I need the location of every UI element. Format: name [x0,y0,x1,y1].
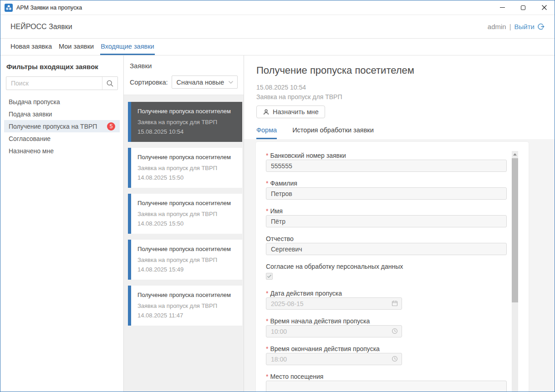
request-card-date: 14.08.2025 15:49 [137,265,239,274]
tab-incoming-requests[interactable]: Входящие заявки [100,39,155,55]
search-input[interactable] [6,77,102,90]
request-card-subtitle: Заявка на пропуск для ТВРП [137,117,239,127]
filter-label: Согласование [9,135,51,142]
close-button[interactable] [534,0,555,15]
tab-my-requests[interactable]: Мои заявки [58,39,94,55]
filters-sidebar: Фильтры входящих заявок Выдача пропуска … [0,55,124,392]
form-scrollbar[interactable] [512,151,518,392]
field-label: Фамилия [270,180,297,187]
user-separator: | [509,23,511,30]
maximize-icon [521,5,525,10]
window-title: АРМ Заявки на пропуска [16,5,82,11]
required-marker: * [266,152,268,159]
arrow-up-icon [513,153,517,156]
filter-item-tvrp-pass[interactable]: Получение пропуска на ТВРП 5 [4,120,120,132]
field-time-start: *Время начала действия пропуска [266,317,497,337]
tab-form[interactable]: Форма [256,126,277,139]
time-start-input[interactable] [266,325,402,337]
bank-number-input[interactable] [266,160,507,172]
title-bar: АРМ Заявки на пропуска [0,0,555,15]
time-end-input[interactable] [266,353,402,365]
field-first-name: *Имя [266,207,497,227]
detail-tabbar: Форма История обработки заявки [256,126,545,139]
request-card-title: Получение пропуска посетителем [137,199,239,207]
field-middle-name: Отчество [266,235,497,255]
chevron-down-icon [228,80,234,84]
field-visit-place: *Место посещения [266,373,497,392]
request-list: Получение пропуска посетителем Заявка на… [124,95,244,392]
assign-to-me-button[interactable]: Назначить мне [256,106,325,118]
field-label: Отчество [266,235,294,242]
field-pass-date: *Дата действия пропуска [266,290,497,310]
request-card-subtitle: Заявка на пропуск для ТВРП [137,163,239,173]
detail-date: 15.08.2025 10:54 [256,84,545,91]
maximize-button[interactable] [513,0,534,15]
request-card[interactable]: Получение пропуска посетителем Заявка на… [128,102,242,142]
request-card-date: 15.08.2025 10:54 [137,127,239,136]
request-card[interactable]: Получение пропуска посетителем Заявка на… [128,148,242,188]
requests-title: Заявки [130,62,238,70]
filter-label: Выдача пропуска [9,98,60,106]
main-tabbar: Новая заявка Мои заявки Входящие заявки [0,39,555,55]
detail-subtitle: Заявка на пропуск для ТВРП [256,93,545,101]
field-bank-number: *Банковский номер заявки [266,152,497,172]
required-marker: * [266,290,268,297]
field-label: Дата действия пропуска [270,290,342,297]
sort-select-value: Сначала новые [177,79,224,86]
field-label: Банковский номер заявки [270,152,346,159]
field-label: Время начала действия пропуска [270,317,370,325]
last-name-input[interactable] [266,187,507,200]
requests-header: Заявки Сортировка: Сначала новые [124,55,244,95]
filter-label: Получение пропуска на ТВРП [9,123,97,130]
middle-name-input[interactable] [266,243,507,255]
request-card-title: Получение пропуска посетителем [137,107,239,116]
request-card-subtitle: Заявка на пропуск для ТВРП [137,209,239,219]
filter-item-submit-request[interactable]: Подача заявки [4,108,120,120]
filter-list: Выдача пропуска Подача заявки Получение … [4,95,120,157]
first-name-input[interactable] [266,215,507,227]
request-card-title: Получение пропуска посетителем [137,245,239,253]
filter-item-approval[interactable]: Согласование [4,132,120,145]
field-consent: Согласие на обработку персональных данны… [266,263,497,280]
filter-count-badge: 5 [107,122,115,131]
assign-to-me-label: Назначить мне [273,108,319,116]
filters-title: Фильтры входящих заявок [6,63,118,70]
scrollbar-thumb[interactable] [512,158,518,302]
logout-label: Выйти [514,23,535,30]
filter-item-assigned-to-me[interactable]: Назначено мне [4,145,120,157]
required-marker: * [266,373,268,380]
visit-place-input[interactable] [266,381,507,392]
tab-new-request[interactable]: Новая заявка [10,39,52,55]
scroll-up-button[interactable] [512,151,518,157]
sort-select[interactable]: Сначала новые [172,75,238,89]
logout-link[interactable]: Выйти [514,23,545,30]
consent-checkbox[interactable] [266,273,273,280]
required-marker: * [266,207,268,215]
search-icon [106,80,114,87]
request-card[interactable]: Получение пропуска посетителем Заявка на… [128,286,242,326]
field-label: Место посещения [270,373,323,380]
field-label: Имя [270,207,282,215]
app-logo-icon [5,4,13,12]
pass-date-input[interactable] [266,297,402,310]
request-card[interactable]: Получение пропуска посетителем Заявка на… [128,194,242,234]
sort-label: Сортировка: [130,79,168,86]
required-marker: * [266,317,268,325]
minimize-icon [500,7,505,8]
search-box [6,76,118,90]
request-card-title: Получение пропуска посетителем [137,291,239,299]
check-icon [267,274,272,278]
close-icon [542,5,547,10]
current-user: admin [488,23,506,30]
request-card-date: 14.08.2025 15:50 [137,173,239,182]
logout-icon [537,23,545,30]
tab-history[interactable]: История обработки заявки [292,126,374,139]
minimize-button[interactable] [492,0,513,15]
field-label: Время окончания действия пропуска [270,345,379,352]
filter-label: Назначено мне [9,147,54,155]
detail-title: Получение пропуска посетителем [256,65,545,76]
request-card[interactable]: Получение пропуска посетителем Заявка на… [128,240,242,280]
field-label: Согласие на обработку персональных данны… [266,263,403,270]
search-button[interactable] [102,77,117,90]
filter-item-issue-pass[interactable]: Выдача пропуска [4,95,120,108]
